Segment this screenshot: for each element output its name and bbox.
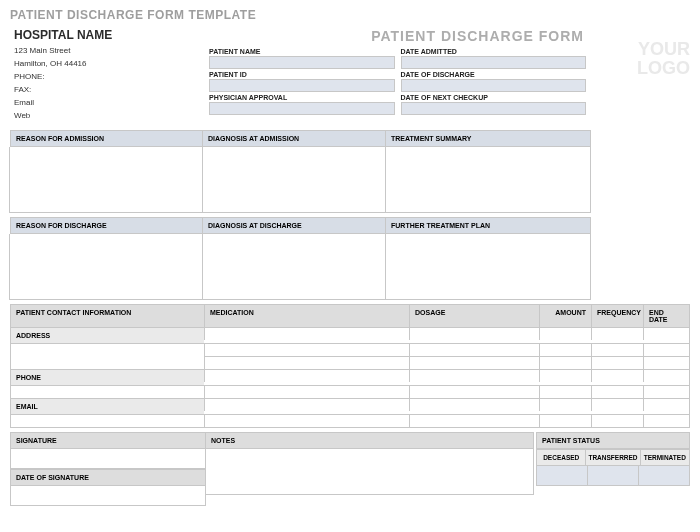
label-terminated: TERMINATED <box>640 449 690 466</box>
box-reason-discharge[interactable] <box>9 234 203 300</box>
cell-medication[interactable] <box>204 369 409 382</box>
cell-medication[interactable] <box>204 385 409 398</box>
cell-end-date[interactable] <box>643 343 689 356</box>
header-reason-discharge: REASON FOR DISCHARGE <box>10 217 203 234</box>
cell-frequency[interactable] <box>591 385 643 398</box>
input-next-checkup[interactable] <box>401 102 587 115</box>
cell-end-date[interactable] <box>643 369 689 382</box>
header-end-date: END DATE <box>643 305 689 327</box>
cell-dosage[interactable] <box>409 327 539 340</box>
cell-dosage[interactable] <box>409 414 539 427</box>
box-diagnosis-discharge[interactable] <box>202 234 386 300</box>
hospital-info: HOSPITAL NAME 123 Main Street Hamilton, … <box>10 28 205 124</box>
cell-end-date[interactable] <box>643 327 689 340</box>
box-transferred[interactable] <box>587 466 639 486</box>
cell-medication[interactable] <box>204 356 409 369</box>
cell-dosage[interactable] <box>409 356 539 369</box>
box-further-treatment[interactable] <box>385 234 591 300</box>
cell-frequency[interactable] <box>591 343 643 356</box>
cell-frequency[interactable] <box>591 414 643 427</box>
header-contact-info: PATIENT CONTACT INFORMATION <box>11 305 204 327</box>
hospital-web-label: Web <box>14 111 205 120</box>
cell-end-date[interactable] <box>643 385 689 398</box>
box-signature[interactable] <box>10 449 206 469</box>
header-further-treatment: FURTHER TREATMENT PLAN <box>385 217 591 234</box>
cell-amount[interactable] <box>539 369 591 382</box>
label-patient-status: PATIENT STATUS <box>536 432 690 449</box>
box-address[interactable] <box>11 343 204 369</box>
template-title: PATIENT DISCHARGE FORM TEMPLATE <box>10 8 690 22</box>
discharge-section: REASON FOR DISCHARGE DIAGNOSIS AT DISCHA… <box>10 217 690 300</box>
cell-dosage[interactable] <box>409 369 539 382</box>
label-deceased: DECEASED <box>536 449 586 466</box>
cell-amount[interactable] <box>539 327 591 340</box>
box-email[interactable] <box>11 414 204 427</box>
input-date-discharge[interactable] <box>401 79 587 92</box>
box-diagnosis-admission[interactable] <box>202 147 386 213</box>
cell-medication[interactable] <box>204 343 409 356</box>
label-signature: SIGNATURE <box>10 432 206 449</box>
cell-amount[interactable] <box>539 343 591 356</box>
cell-medication[interactable] <box>204 414 409 427</box>
label-address: ADDRESS <box>11 327 204 343</box>
admission-section: REASON FOR ADMISSION DIAGNOSIS AT ADMISS… <box>10 130 690 213</box>
label-patient-name: PATIENT NAME <box>209 48 395 55</box>
label-date-discharge: DATE OF DISCHARGE <box>401 71 587 78</box>
input-date-admitted[interactable] <box>401 56 587 69</box>
box-reason-admission[interactable] <box>9 147 203 213</box>
header-diagnosis-discharge: DIAGNOSIS AT DISCHARGE <box>202 217 386 234</box>
patient-fields-block: PATIENT DISCHARGE FORM PATIENT NAME DATE… <box>209 28 586 124</box>
hospital-name: HOSPITAL NAME <box>14 28 205 42</box>
cell-frequency[interactable] <box>591 327 643 340</box>
box-deceased[interactable] <box>536 466 588 486</box>
label-date-admitted: DATE ADMITTED <box>401 48 587 55</box>
header-dosage: DOSAGE <box>409 305 539 327</box>
label-physician: PHYSICIAN APPROVAL <box>209 94 395 101</box>
cell-frequency[interactable] <box>591 356 643 369</box>
cell-dosage[interactable] <box>409 398 539 411</box>
label-transferred: TRANSFERRED <box>585 449 640 466</box>
box-notes[interactable] <box>205 449 534 495</box>
cell-amount[interactable] <box>539 398 591 411</box>
hospital-fax-label: FAX: <box>14 85 205 94</box>
medication-section: PATIENT CONTACT INFORMATION MEDICATION D… <box>10 304 690 428</box>
label-email: EMAIL <box>11 398 204 414</box>
top-section: HOSPITAL NAME 123 Main Street Hamilton, … <box>10 28 690 124</box>
cell-medication[interactable] <box>204 327 409 340</box>
cell-frequency[interactable] <box>591 369 643 382</box>
input-patient-name[interactable] <box>209 56 395 69</box>
cell-frequency[interactable] <box>591 398 643 411</box>
header-frequency: FREQUENCY <box>591 305 643 327</box>
cell-medication[interactable] <box>204 398 409 411</box>
cell-end-date[interactable] <box>643 414 689 427</box>
logo-text: YOUR LOGO <box>590 28 690 78</box>
cell-amount[interactable] <box>539 414 591 427</box>
header-medication: MEDICATION <box>204 305 409 327</box>
hospital-email-label: Email <box>14 98 205 107</box>
hospital-phone-label: PHONE: <box>14 72 205 81</box>
cell-end-date[interactable] <box>643 356 689 369</box>
header-amount: AMOUNT <box>539 305 591 327</box>
label-phone: PHONE <box>11 369 204 385</box>
cell-amount[interactable] <box>539 356 591 369</box>
hospital-address-2: Hamilton, OH 44416 <box>14 59 205 68</box>
box-phone[interactable] <box>11 385 204 398</box>
cell-amount[interactable] <box>539 385 591 398</box>
box-date-signature[interactable] <box>10 486 206 506</box>
cell-end-date[interactable] <box>643 398 689 411</box>
cell-dosage[interactable] <box>409 385 539 398</box>
form-title: PATIENT DISCHARGE FORM <box>209 28 586 44</box>
logo-placeholder: YOUR LOGO <box>590 28 690 124</box>
box-terminated[interactable] <box>638 466 690 486</box>
header-treatment-summary: TREATMENT SUMMARY <box>385 130 591 147</box>
header-diagnosis-admission: DIAGNOSIS AT ADMISSION <box>202 130 386 147</box>
box-treatment-summary[interactable] <box>385 147 591 213</box>
header-reason-admission: REASON FOR ADMISSION <box>10 130 203 147</box>
label-patient-id: PATIENT ID <box>209 71 395 78</box>
input-physician[interactable] <box>209 102 395 115</box>
cell-dosage[interactable] <box>409 343 539 356</box>
hospital-address-1: 123 Main Street <box>14 46 205 55</box>
label-next-checkup: DATE OF NEXT CHECKUP <box>401 94 587 101</box>
signature-section: SIGNATURE DATE OF SIGNATURE NOTES PATIEN… <box>10 432 690 506</box>
input-patient-id[interactable] <box>209 79 395 92</box>
